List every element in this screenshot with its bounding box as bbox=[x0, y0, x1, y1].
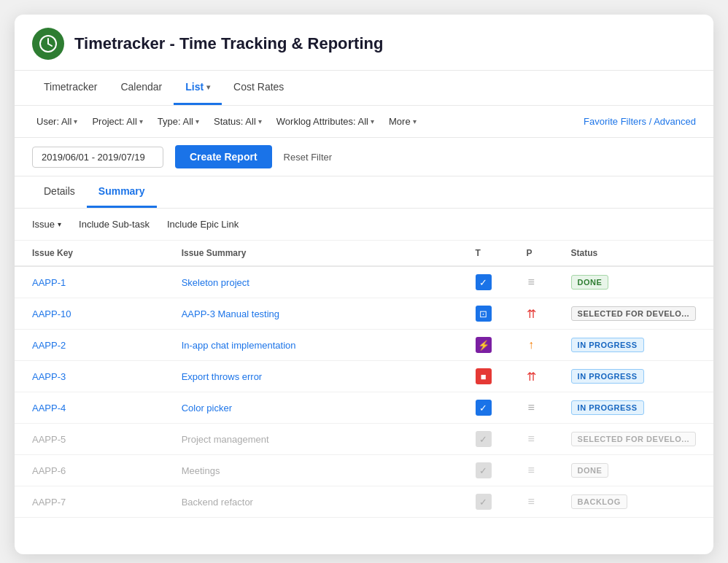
cell-issue-summary[interactable]: Export throws error bbox=[164, 361, 458, 392]
filter-project[interactable]: Project: All ▾ bbox=[88, 113, 147, 130]
cell-issue-key[interactable]: AAPP-4 bbox=[15, 392, 164, 424]
issue-summary[interactable]: Color picker bbox=[182, 403, 232, 413]
cell-status: IN PROGRESS bbox=[554, 392, 713, 424]
cell-priority: ⇈ bbox=[509, 361, 554, 392]
col-header-status: Status bbox=[554, 241, 713, 266]
issue-chevron: ▾ bbox=[58, 220, 61, 228]
issue-key-link[interactable]: AAPP-4 bbox=[32, 403, 66, 413]
col-header-issue-key: Issue Key bbox=[15, 241, 164, 266]
cell-issue-summary[interactable]: Skeleton project bbox=[164, 266, 458, 298]
status-badge: BACKLOG bbox=[571, 494, 627, 509]
more-chevron: ▾ bbox=[413, 117, 417, 125]
tab-details[interactable]: Details bbox=[32, 176, 87, 208]
priority-icon: ≡ bbox=[527, 432, 534, 445]
issue-key-link[interactable]: AAPP-2 bbox=[32, 340, 66, 351]
issue-key-link: AAPP-7 bbox=[32, 497, 66, 508]
type-icon: ✓ bbox=[476, 494, 492, 510]
cell-type: ✓ bbox=[458, 486, 509, 518]
sub-filter-subtask[interactable]: Include Sub-task bbox=[79, 219, 150, 230]
cell-issue-summary[interactable]: Color picker bbox=[164, 392, 458, 424]
cell-priority: ↑ bbox=[509, 330, 554, 361]
table-row: AAPP-3 Export throws error ■ ⇈ IN PROGRE… bbox=[15, 361, 713, 392]
filter-status[interactable]: Status: All ▾ bbox=[209, 113, 266, 130]
priority-icon: ⇈ bbox=[527, 308, 536, 320]
date-action-row: 2019/06/01 - 2019/07/19 Create Report Re… bbox=[15, 138, 713, 176]
priority-icon: ≡ bbox=[527, 464, 534, 476]
content-tabs: Details Summary bbox=[15, 176, 713, 209]
cell-issue-summary[interactable]: In-app chat implementation bbox=[164, 330, 458, 361]
cell-type: ✓ bbox=[458, 266, 509, 298]
create-report-button[interactable]: Create Report bbox=[175, 145, 272, 168]
cell-type: ■ bbox=[458, 361, 509, 392]
issue-summary[interactable]: In-app chat implementation bbox=[182, 340, 296, 351]
col-header-t: T bbox=[458, 241, 509, 266]
cell-status: BACKLOG bbox=[554, 486, 713, 518]
issue-summary[interactable]: Skeleton project bbox=[182, 277, 249, 288]
table-row: AAPP-7 Backend refactor ✓ ≡ BACKLOG bbox=[15, 486, 713, 518]
nav-bar: Timetracker Calendar List ▾ Cost Rates bbox=[15, 71, 713, 106]
cell-issue-summary: Project management bbox=[164, 424, 458, 455]
cell-priority: ≡ bbox=[509, 486, 554, 518]
cell-status: DONE bbox=[554, 266, 713, 298]
cell-priority: ≡ bbox=[509, 266, 554, 298]
issue-key-link: AAPP-6 bbox=[32, 465, 66, 476]
cell-type: ✓ bbox=[458, 392, 509, 424]
cell-issue-key: AAPP-7 bbox=[15, 486, 164, 518]
type-icon: ⚡ bbox=[476, 337, 492, 353]
cell-issue-key[interactable]: AAPP-1 bbox=[15, 266, 164, 298]
project-chevron: ▾ bbox=[139, 117, 143, 125]
type-icon: ✓ bbox=[476, 462, 492, 478]
filter-type[interactable]: Type: All ▾ bbox=[153, 113, 204, 130]
type-icon: ✓ bbox=[476, 431, 492, 447]
status-badge: DONE bbox=[571, 275, 609, 290]
reset-filter-button[interactable]: Reset Filter bbox=[284, 152, 332, 163]
cell-issue-key[interactable]: AAPP-2 bbox=[15, 330, 164, 361]
cell-status: SELECTED FOR DEVELO... bbox=[554, 298, 713, 330]
sub-filter-epic-link[interactable]: Include Epic Link bbox=[167, 219, 239, 230]
table-row: AAPP-5 Project management ✓ ≡ SELECTED F… bbox=[15, 424, 713, 455]
issue-key-link[interactable]: AAPP-10 bbox=[32, 308, 71, 319]
cell-status: IN PROGRESS bbox=[554, 361, 713, 392]
cell-type: ✓ bbox=[458, 424, 509, 455]
cell-issue-summary: Backend refactor bbox=[164, 486, 458, 518]
table-row: AAPP-10 AAPP-3 Manual testing ⊡ ⇈ SELECT… bbox=[15, 298, 713, 330]
issue-key-link: AAPP-5 bbox=[32, 434, 66, 445]
issue-summary[interactable]: AAPP-3 Manual testing bbox=[182, 308, 279, 319]
issue-key-link[interactable]: AAPP-1 bbox=[32, 277, 66, 288]
cell-priority: ⇈ bbox=[509, 298, 554, 330]
cell-type: ⚡ bbox=[458, 330, 509, 361]
nav-timetracker[interactable]: Timetracker bbox=[32, 71, 109, 105]
tab-summary[interactable]: Summary bbox=[87, 176, 157, 208]
type-icon: ■ bbox=[476, 368, 492, 384]
cell-issue-key: AAPP-5 bbox=[15, 424, 164, 455]
sub-filter-issue[interactable]: Issue ▾ bbox=[32, 219, 61, 230]
priority-icon: ≡ bbox=[527, 401, 534, 413]
priority-icon: ≡ bbox=[527, 495, 534, 508]
filter-user[interactable]: User: All ▾ bbox=[32, 113, 82, 130]
filters-row: User: All ▾ Project: All ▾ Type: All ▾ S… bbox=[15, 106, 713, 138]
app-header: Timetracker - Time Tracking & Reporting bbox=[15, 15, 713, 71]
priority-icon: ≡ bbox=[527, 276, 534, 288]
cell-status: SELECTED FOR DEVELO... bbox=[554, 424, 713, 455]
worklog-chevron: ▾ bbox=[371, 117, 374, 125]
cell-status: IN PROGRESS bbox=[554, 330, 713, 361]
nav-calendar[interactable]: Calendar bbox=[109, 71, 174, 105]
app-container: Timetracker - Time Tracking & Reporting … bbox=[15, 15, 713, 554]
cell-type: ✓ bbox=[458, 455, 509, 486]
type-icon: ⊡ bbox=[476, 306, 492, 322]
nav-cost-rates[interactable]: Cost Rates bbox=[222, 71, 295, 105]
nav-list[interactable]: List ▾ bbox=[174, 71, 222, 105]
date-range-input[interactable]: 2019/06/01 - 2019/07/19 bbox=[32, 147, 163, 168]
logo-icon bbox=[32, 28, 64, 60]
cell-issue-key[interactable]: AAPP-10 bbox=[15, 298, 164, 330]
cell-issue-summary[interactable]: AAPP-3 Manual testing bbox=[164, 298, 458, 330]
cell-issue-key[interactable]: AAPP-3 bbox=[15, 361, 164, 392]
table-row: AAPP-2 In-app chat implementation ⚡ ↑ IN… bbox=[15, 330, 713, 361]
app-title: Timetracker - Time Tracking & Reporting bbox=[74, 34, 383, 53]
issue-key-link[interactable]: AAPP-3 bbox=[32, 371, 66, 382]
favorite-filters-link[interactable]: Favorite Filters / Advanced bbox=[584, 116, 696, 127]
issue-summary[interactable]: Export throws error bbox=[182, 371, 263, 382]
cell-status: DONE bbox=[554, 455, 713, 486]
filter-more[interactable]: More ▾ bbox=[384, 113, 421, 130]
filter-worklog[interactable]: Worklog Attributes: All ▾ bbox=[272, 113, 379, 130]
